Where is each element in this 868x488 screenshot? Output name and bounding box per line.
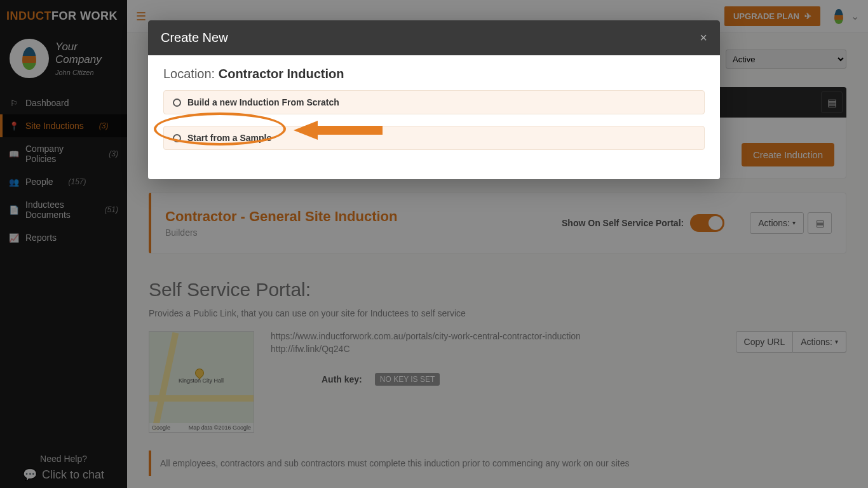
location-prefix: Location:: [163, 67, 219, 81]
option-label: Start from a Sample: [187, 133, 271, 143]
create-new-modal: Create New × Location: Contractor Induct…: [148, 20, 720, 179]
option-start-from-sample[interactable]: Start from a Sample: [163, 126, 705, 150]
location-name: Contractor Induction: [219, 67, 344, 81]
radio-icon: [173, 134, 181, 142]
close-icon[interactable]: ×: [700, 30, 707, 45]
option-label: Build a new Induction From Scratch: [187, 97, 339, 107]
radio-icon: [173, 98, 181, 107]
modal-location: Location: Contractor Induction: [163, 67, 705, 81]
modal-title: Create New: [161, 30, 228, 45]
modal-header: Create New ×: [148, 20, 720, 55]
option-build-from-scratch[interactable]: Build a new Induction From Scratch: [163, 90, 705, 114]
modal-body: Location: Contractor Induction Build a n…: [148, 55, 720, 179]
